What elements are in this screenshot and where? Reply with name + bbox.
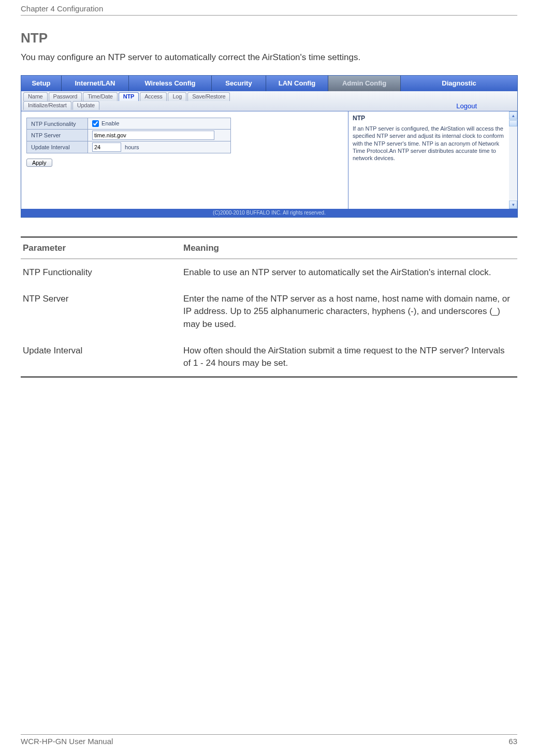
config-table: NTP Functionality Enable NTP Server: [26, 118, 231, 153]
subtab-save-restore[interactable]: Save/Restore: [187, 92, 230, 101]
parameter-table: Parameter Meaning NTP Functionality Enab…: [21, 236, 517, 378]
table-row: Update Interval How often should the Air…: [21, 337, 517, 377]
param-head-parameter: Parameter: [21, 237, 181, 259]
update-interval-input[interactable]: [92, 142, 121, 152]
tab-security[interactable]: Security: [212, 76, 266, 91]
ntp-enable-checkbox[interactable]: [92, 120, 99, 127]
help-body: If an NTP server is configured, the AirS…: [353, 125, 512, 162]
tab-admin-config[interactable]: Admin Config: [328, 76, 401, 91]
help-title: NTP: [353, 115, 512, 122]
scrollbar-thumb[interactable]: [509, 120, 517, 126]
param-meaning: Enter the name of the NTP server as a ho…: [181, 286, 517, 337]
subtab-access[interactable]: Access: [140, 92, 167, 101]
scroll-down-icon[interactable]: ▾: [509, 201, 517, 209]
subtab-initialize-restart[interactable]: Initialize/Restart: [23, 101, 71, 110]
param-name: Update Interval: [21, 337, 181, 377]
update-interval-label: Update Interval: [27, 141, 88, 153]
param-meaning: How often should the AirStation submit a…: [181, 337, 517, 377]
subtab-log[interactable]: Log: [168, 92, 186, 101]
scrollbar-track[interactable]: [509, 120, 517, 200]
subtab-name[interactable]: Name: [23, 92, 48, 101]
table-row: NTP Functionality Enable to use an NTP s…: [21, 259, 517, 286]
tab-wireless-config[interactable]: Wireless Config: [129, 76, 212, 91]
subtab-update[interactable]: Update: [72, 101, 99, 110]
table-row: NTP Server Enter the name of the NTP ser…: [21, 286, 517, 337]
scroll-up-icon[interactable]: ▴: [509, 111, 517, 120]
param-name: NTP Server: [21, 286, 181, 337]
section-intro: You may configure an NTP server to autom…: [21, 52, 517, 63]
footer-page-number: 63: [508, 737, 517, 746]
param-name: NTP Functionality: [21, 259, 181, 286]
help-pane: ▴ ▾ NTP If an NTP server is configured, …: [348, 111, 517, 209]
subtab-password[interactable]: Password: [49, 92, 82, 101]
tab-setup[interactable]: Setup: [21, 76, 62, 91]
page-footer: WCR-HP-GN User Manual 63: [21, 734, 517, 746]
footer-manual-name: WCR-HP-GN User Manual: [21, 737, 113, 746]
ntp-server-input[interactable]: [92, 131, 214, 140]
apply-button[interactable]: Apply: [26, 159, 52, 167]
config-form-pane: NTP Functionality Enable NTP Server: [21, 111, 348, 209]
section-title: NTP: [21, 30, 517, 46]
subtab-time-date[interactable]: Time/Date: [83, 92, 118, 101]
main-tab-row: Setup Internet/LAN Wireless Config Secur…: [21, 76, 517, 91]
tab-internet-lan[interactable]: Internet/LAN: [62, 76, 129, 91]
subtab-ntp[interactable]: NTP: [119, 92, 139, 101]
param-head-meaning: Meaning: [181, 237, 517, 259]
ntp-server-label: NTP Server: [27, 130, 88, 141]
copyright-bar: (C)2000-2010 BUFFALO INC. All rights res…: [21, 209, 517, 217]
update-interval-unit: hours: [125, 144, 139, 150]
ntp-functionality-label: NTP Functionality: [27, 118, 88, 130]
sub-tab-area: Name Password Time/Date NTP Access Log S…: [21, 91, 517, 111]
tab-diagnostic[interactable]: Diagnostic: [401, 76, 517, 91]
screenshot-ui: Setup Internet/LAN Wireless Config Secur…: [21, 75, 518, 218]
page-header: Chapter 4 Configuration: [21, 0, 517, 16]
ntp-enable-label: Enable: [101, 120, 119, 126]
tab-lan-config[interactable]: LAN Config: [266, 76, 328, 91]
logout-link[interactable]: Logout: [456, 102, 477, 110]
param-meaning: Enable to use an NTP server to automatic…: [181, 259, 517, 286]
